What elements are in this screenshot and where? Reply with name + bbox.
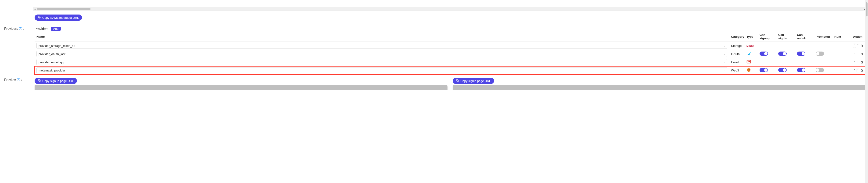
svg-rect-3 [750,60,751,63]
copy-signin-label: Copy signin page URL [460,79,491,83]
provider-category: Web3 [729,66,745,75]
prompted-switch[interactable] [816,52,824,56]
can-unlink-switch[interactable] [797,52,805,56]
move-up-button[interactable]: ˄ [853,52,856,56]
signup-preview-placeholder [35,85,447,90]
help-icon[interactable]: ? [17,78,20,81]
lark-icon [746,51,751,56]
copy-signup-page-url-button[interactable]: Copy signup page URL [35,78,77,84]
table-row: provider_oauth_lark⌄OAuth˄˅ [35,50,865,58]
move-down-button: ˅ [857,68,859,72]
move-down-button[interactable]: ˅ [857,60,860,64]
providers-side-label: Providers ? : [0,27,35,30]
provider-name-value: provider_oauth_lark [38,52,65,56]
minio-icon: MINIO [746,45,754,47]
right-vertical-scrollbar[interactable] [865,0,868,90]
delete-button[interactable] [860,60,863,64]
providers-header-label: Providers [35,27,49,31]
chevron-down-icon: ⌄ [723,69,725,72]
copy-icon [456,79,459,83]
rule-cell [833,58,851,66]
colon: : [21,78,22,82]
preview-side-text: Preview [4,78,16,82]
th-name: Name [35,32,729,42]
rule-cell [833,50,851,58]
signin-preview-placeholder [453,85,865,90]
copy-signin-page-url-button[interactable]: Copy signin page URL [453,78,494,84]
gmail-icon [746,60,751,64]
colon: : [23,27,24,30]
provider-name-select[interactable]: metamask_provider⌄ [36,67,727,73]
th-category: Category [729,32,745,42]
provider-name-select[interactable]: provider_oauth_lark⌄ [36,51,727,57]
table-row: metamask_provider⌄Web3˄˅ [35,66,865,75]
table-row: provider_storage_minio_s3⌄StorageMINIO˄˅ [35,42,865,50]
provider-category: Email [729,58,745,66]
svg-rect-2 [747,60,747,63]
chevron-down-icon: ⌄ [723,61,725,63]
providers-table: Name Category Type Can signup Can signin… [35,32,865,75]
delete-button[interactable] [860,52,863,56]
rule-cell [833,42,851,50]
prompted-switch[interactable] [816,68,824,72]
th-can-signup: Can signup [758,32,776,42]
copy-icon [38,79,41,83]
move-down-button[interactable]: ˅ [857,52,860,56]
provider-category: Storage [729,42,745,50]
th-prompted: Prompted [814,32,833,42]
vertical-scroll-thumb[interactable] [866,2,868,17]
can-signin-switch[interactable] [778,68,787,72]
preview-side-label: Preview ? : [0,78,35,82]
move-down-button[interactable]: ˅ [857,44,859,48]
scroll-thumb[interactable] [37,8,90,10]
can-signin-switch[interactable] [778,52,787,56]
provider-name-value: provider_email_qq [38,60,64,64]
provider-name-value: provider_storage_minio_s3 [38,44,75,48]
can-unlink-switch[interactable] [797,68,805,72]
th-can-signin: Can signin [776,32,795,42]
provider-name-select[interactable]: provider_storage_minio_s3⌄ [36,43,727,49]
chevron-down-icon: ⌄ [723,53,725,55]
providers-side-text: Providers [4,27,18,30]
delete-button[interactable] [860,68,863,72]
scroll-left-button[interactable]: ◄ [33,7,37,11]
add-provider-button[interactable]: Add [51,27,61,31]
provider-name-select[interactable]: provider_email_qq⌄ [36,59,727,65]
move-up-button[interactable]: ˄ [853,68,856,72]
top-horizontal-scrollbar[interactable]: ◄ ► [35,7,865,11]
move-up-button: ˄ [853,44,856,48]
th-action: Action [851,32,865,42]
th-rule: Rule [833,32,851,42]
provider-category: OAuth [729,50,745,58]
help-icon[interactable]: ? [19,27,22,30]
copy-signup-label: Copy signup page URL [42,79,73,83]
move-up-button[interactable]: ˄ [853,60,856,64]
rule-cell [833,66,851,75]
metamask-icon [746,68,751,72]
copy-icon [38,16,41,20]
can-signup-switch[interactable] [760,52,768,56]
table-row: provider_email_qq⌄Email˄˅ [35,58,865,66]
delete-button[interactable] [860,44,863,48]
copy-saml-metadata-url-button[interactable]: Copy SAML metadata URL [35,15,82,21]
table-header-row: Name Category Type Can signup Can signin… [35,32,865,42]
provider-name-value: metamask_provider [38,69,65,72]
can-signup-switch[interactable] [760,68,768,72]
copy-saml-label: Copy SAML metadata URL [42,16,79,20]
th-can-unlink: Can unlink [795,32,814,42]
th-type: Type [745,32,758,42]
chevron-down-icon: ⌄ [723,45,725,47]
